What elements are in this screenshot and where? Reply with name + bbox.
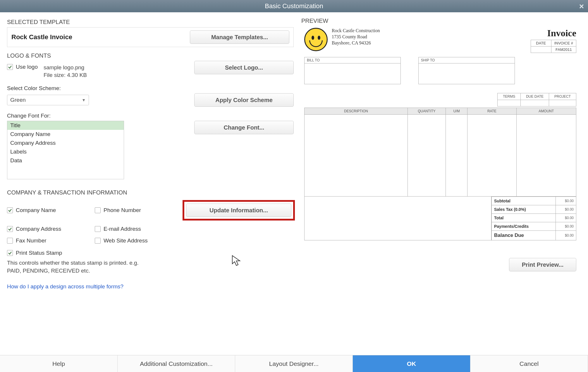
document-title: Invoice xyxy=(531,28,576,39)
chevron-down-icon: ▼ xyxy=(82,98,86,102)
tax-label: Sales Tax (0.0%) xyxy=(492,205,556,213)
payments-value: $0.00 xyxy=(556,222,576,230)
font-target-listbox[interactable]: Title Company Name Company Address Label… xyxy=(7,121,124,179)
ship-to-label: SHIP TO xyxy=(419,57,515,63)
logo-fonts-label: LOGO & FONTS xyxy=(7,52,294,59)
fax-number-checkbox[interactable]: Fax Number xyxy=(7,237,95,244)
company-name-label: Company Name xyxy=(16,207,56,213)
update-information-highlight: Update Information... xyxy=(183,200,295,221)
company-address-checkbox[interactable]: Company Address xyxy=(7,226,95,232)
list-item[interactable]: Company Address xyxy=(7,139,124,147)
titlebar: Basic Customization × xyxy=(0,0,588,12)
update-information-button[interactable]: Update Information... xyxy=(186,204,291,217)
checkbox-icon xyxy=(95,238,101,244)
checkbox-icon xyxy=(7,250,13,256)
col-description: DESCRIPTION xyxy=(305,108,408,115)
additional-customization-button[interactable]: Additional Customization... xyxy=(118,355,235,372)
totals-table: Subtotal$0.00 Sales Tax (0.0%)$0.00 Tota… xyxy=(491,197,576,240)
total-value: $0.00 xyxy=(556,213,576,222)
layout-designer-button[interactable]: Layout Designer... xyxy=(235,355,353,372)
checkbox-icon xyxy=(7,226,13,232)
col-rate: RATE xyxy=(467,108,516,115)
fax-number-label: Fax Number xyxy=(16,237,47,244)
window-title: Basic Customization xyxy=(265,2,323,10)
terms-table: TERMS DUE DATE PROJECT xyxy=(497,93,576,106)
apply-color-scheme-button[interactable]: Apply Color Scheme xyxy=(194,93,294,107)
help-button[interactable]: Help xyxy=(0,355,118,372)
change-font-for-label: Change Font For: xyxy=(7,113,294,119)
company-info-label: COMPANY & TRANSACTION INFORMATION xyxy=(7,189,294,196)
balance-due-label: Balance Due xyxy=(492,230,556,240)
list-item[interactable]: Data xyxy=(7,156,124,165)
status-desc-line: This controls whether the status stamp i… xyxy=(7,259,294,267)
email-address-checkbox[interactable]: E-mail Address xyxy=(95,226,183,232)
col-project: PROJECT xyxy=(549,93,576,100)
status-desc-line: PAID, PENDING, RECEIVED etc. xyxy=(7,267,294,275)
use-logo-label: Use logo xyxy=(16,64,38,70)
multi-form-design-link[interactable]: How do I apply a design across multiple … xyxy=(7,283,123,290)
company-address-label: Company Address xyxy=(16,226,61,232)
preview-panel: PREVIEW Rock Castle Construction 1735 Co… xyxy=(298,12,588,349)
company-name-checkbox[interactable]: Company Name xyxy=(7,207,95,213)
bottom-button-bar: Help Additional Customization... Layout … xyxy=(0,355,588,372)
col-um: U/M xyxy=(446,108,467,115)
logo-smiley-icon xyxy=(304,28,328,51)
list-item[interactable] xyxy=(7,165,124,171)
invoice-preview: Rock Castle Construction 1735 County Roa… xyxy=(301,28,579,240)
phone-number-checkbox[interactable]: Phone Number xyxy=(95,207,183,213)
template-name: Rock Castle Invoice xyxy=(11,33,72,41)
col-due-date: DUE DATE xyxy=(521,93,549,100)
color-scheme-label: Select Color Scheme: xyxy=(7,85,294,92)
select-logo-button[interactable]: Select Logo... xyxy=(194,61,294,74)
ship-to-box: SHIP TO xyxy=(418,57,515,84)
checkbox-icon xyxy=(7,238,13,244)
col-amount: AMOUNT xyxy=(516,108,576,115)
payments-label: Payments/Credits xyxy=(492,222,556,230)
checkbox-icon xyxy=(95,207,101,213)
logo-filename: sample logo.png xyxy=(44,64,87,71)
preview-label: PREVIEW xyxy=(301,18,579,24)
change-font-button[interactable]: Change Font... xyxy=(194,121,294,134)
bill-to-box: BILL TO xyxy=(304,57,401,84)
col-quantity: QUANTITY xyxy=(408,108,446,115)
company-info-text: Rock Castle Construction 1735 County Roa… xyxy=(332,28,380,46)
logo-filesize: File size: 4.30 KB xyxy=(44,71,87,79)
print-status-stamp-checkbox[interactable]: Print Status Stamp xyxy=(7,250,294,256)
color-scheme-value: Green xyxy=(10,97,26,103)
balance-due-value: $0.00 xyxy=(556,230,576,240)
checkbox-icon xyxy=(7,64,13,70)
settings-panel: SELECTED TEMPLATE Rock Castle Invoice Ma… xyxy=(0,12,298,349)
cancel-button[interactable]: Cancel xyxy=(470,355,588,372)
preview-company-name: Rock Castle Construction xyxy=(332,28,380,34)
list-item[interactable]: Labels xyxy=(7,147,124,156)
status-stamp-description: This controls whether the status stamp i… xyxy=(7,259,294,275)
website-address-checkbox[interactable]: Web Site Address xyxy=(95,237,183,244)
col-date: DATE xyxy=(531,40,551,46)
tax-value: $0.00 xyxy=(556,205,576,213)
basic-customization-window: Basic Customization × SELECTED TEMPLATE … xyxy=(0,0,588,372)
logo-meta: sample logo.png File size: 4.30 KB xyxy=(44,64,87,79)
preview-company-addr2: Bayshore, CA 94326 xyxy=(332,40,380,46)
template-box: Rock Castle Invoice Manage Templates... xyxy=(7,27,294,47)
email-address-label: E-mail Address xyxy=(104,226,141,232)
close-icon[interactable]: × xyxy=(579,2,584,11)
print-preview-button[interactable]: Print Preview... xyxy=(509,258,576,271)
list-item[interactable]: Title xyxy=(7,121,124,130)
manage-templates-button[interactable]: Manage Templates... xyxy=(190,30,289,44)
ok-button[interactable]: OK xyxy=(353,355,470,372)
total-label: Total xyxy=(492,213,556,222)
phone-number-label: Phone Number xyxy=(104,207,141,213)
color-scheme-select[interactable]: Green ▼ xyxy=(7,95,89,105)
val-invoice-no: FAM2011 xyxy=(551,46,576,53)
checkbox-icon xyxy=(95,226,101,232)
notes-area xyxy=(304,197,491,240)
col-terms: TERMS xyxy=(498,93,521,100)
website-address-label: Web Site Address xyxy=(104,237,148,244)
subtotal-value: $0.00 xyxy=(556,197,576,205)
list-item[interactable]: Company Name xyxy=(7,130,124,139)
print-status-stamp-label: Print Status Stamp xyxy=(16,250,62,256)
preview-company-addr1: 1735 County Road xyxy=(332,34,380,40)
invoice-header-table: DATE INVOICE # FAM2011 xyxy=(531,40,576,53)
use-logo-checkbox[interactable]: Use logo xyxy=(7,64,38,70)
subtotal-label: Subtotal xyxy=(492,197,556,205)
